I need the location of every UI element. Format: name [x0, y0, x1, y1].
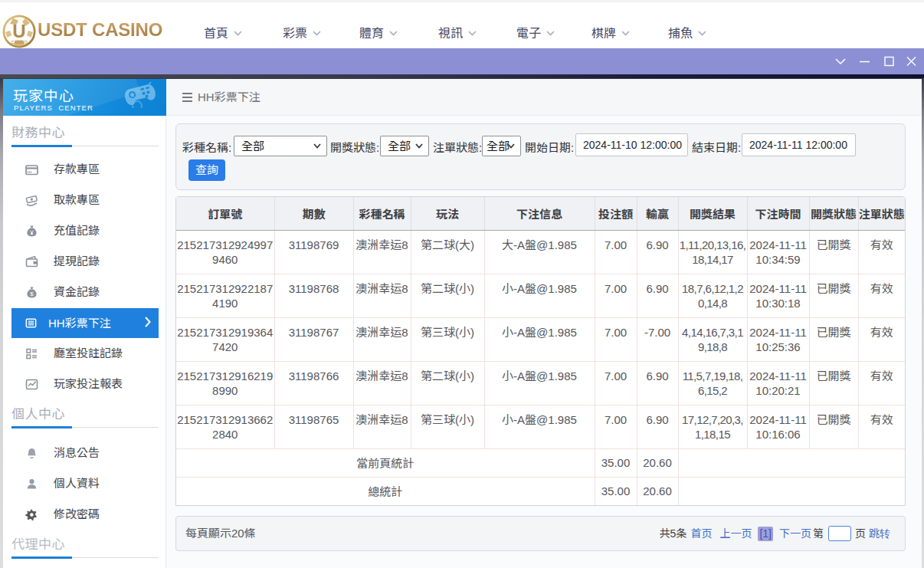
svg-text:CASINO: CASINO [11, 40, 28, 44]
svg-text:U: U [12, 21, 25, 41]
svg-text:$: $ [30, 291, 34, 297]
